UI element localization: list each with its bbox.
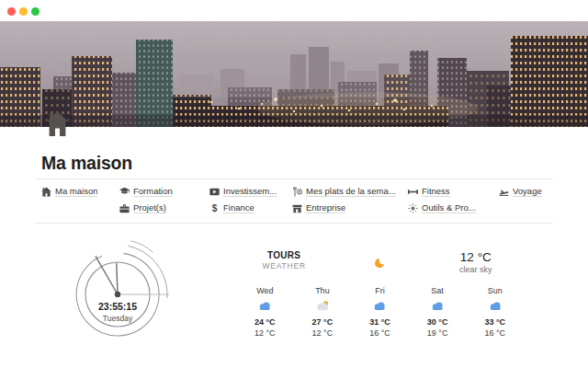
forecast-day-sun: Sun 33 °C 16 °C	[466, 286, 524, 338]
clock-day: Tuesday	[51, 314, 184, 323]
forecast-day-name: Wed	[236, 286, 294, 295]
cover-image-city-skyline	[0, 21, 588, 127]
current-temperature: 12 °C	[428, 250, 524, 264]
page-link-label: Fitness	[422, 186, 450, 198]
clock-widget: 23:55:15 Tuesday	[51, 237, 189, 342]
page-link-label: Mes plats de la sema...	[306, 186, 396, 198]
nav-column-5: Fitness Outils & Pro...	[408, 185, 499, 214]
forecast-day-fri: Fri 31 °C 16 °C	[351, 286, 409, 338]
page-link-entreprise[interactable]: Entreprise	[292, 201, 408, 214]
page-link-label: Ma maison	[55, 186, 97, 198]
meal-icon	[292, 187, 302, 197]
page-link-label: Entreprise	[306, 202, 345, 214]
page-link-label: Outils & Pro...	[422, 202, 476, 214]
sun-icon	[408, 203, 418, 213]
weather-header: TOURS WEATHER 12 °C clear sky	[236, 250, 524, 274]
page-link-label: Formation	[133, 186, 173, 198]
weather-current: 12 °C clear sky	[428, 250, 524, 274]
page-link-mes-plats[interactable]: Mes plats de la sema...	[292, 185, 408, 198]
page-link-voyage[interactable]: Voyage	[499, 185, 556, 198]
page-link-label: Finance	[223, 202, 254, 214]
nav-column-1: Ma maison	[41, 185, 119, 214]
weather-widget: TOURS WEATHER 12 °C clear sky Wed	[236, 250, 524, 338]
forecast-high-temp: 27 °C	[294, 317, 352, 327]
close-window-button[interactable]	[7, 7, 16, 16]
page-link-label: Projet(s)	[133, 202, 166, 214]
forecast-low-temp: 12 °C	[236, 328, 294, 338]
cloud-icon	[236, 299, 294, 315]
dollar-icon: $	[209, 203, 220, 213]
cloud-icon	[466, 299, 524, 315]
forecast-low-temp: 16 °C	[351, 328, 409, 338]
airplane-icon	[499, 187, 509, 197]
partly-cloudy-icon	[294, 299, 352, 315]
page-link-label: Investissem...	[223, 186, 277, 198]
forecast-low-temp: 16 °C	[466, 328, 524, 338]
graduation-cap-icon	[119, 187, 130, 197]
page-link-label: Voyage	[513, 186, 542, 198]
page-link-formation[interactable]: Formation	[119, 185, 209, 198]
page-house-icon[interactable]	[47, 111, 68, 136]
forecast-day-name: Sun	[466, 286, 524, 295]
forecast-day-name: Thu	[294, 286, 352, 295]
forecast-day-name: Fri	[351, 286, 409, 295]
cloud-icon	[409, 299, 467, 315]
forecast-day-wed: Wed 24 °C 12 °C	[236, 286, 294, 338]
weather-location: TOURS WEATHER	[236, 250, 332, 274]
nav-column-6: Voyage	[499, 185, 556, 214]
forecast-high-temp: 31 °C	[351, 317, 409, 327]
forecast-high-temp: 30 °C	[409, 317, 467, 327]
forecast-low-temp: 12 °C	[294, 328, 352, 338]
page-link-ma-maison[interactable]: Ma maison	[41, 185, 119, 198]
divider-bottom	[35, 223, 553, 224]
nav-column-2: Formation Projet(s)	[119, 185, 209, 214]
dumbbell-icon	[408, 187, 418, 197]
cloud-icon	[351, 299, 409, 315]
briefcase-icon	[119, 203, 130, 213]
divider-top	[35, 178, 553, 179]
forecast-day-thu: Thu 27 °C 12 °C	[294, 286, 352, 338]
current-condition: clear sky	[428, 265, 524, 274]
crescent-moon-icon	[332, 250, 427, 274]
card-arrow-icon	[209, 187, 220, 197]
forecast-high-temp: 33 °C	[466, 317, 524, 327]
weather-location-label: WEATHER	[236, 261, 332, 270]
forecast-day-sat: Sat 30 °C 19 °C	[409, 286, 467, 338]
page-link-finance[interactable]: $ Finance	[209, 201, 292, 214]
house-icon	[41, 187, 51, 197]
analog-clock-face	[51, 237, 189, 342]
page-link-fitness[interactable]: Fitness	[408, 185, 499, 198]
page-title[interactable]: Ma maison	[41, 153, 132, 174]
storefront-icon	[292, 203, 302, 213]
nav-column-3: Investissem... $ Finance	[209, 185, 292, 214]
weather-forecast-row: Wed 24 °C 12 °C Thu	[236, 286, 524, 338]
forecast-day-name: Sat	[409, 286, 467, 295]
window-titlebar	[0, 0, 588, 21]
page-link-projets[interactable]: Projet(s)	[119, 201, 209, 214]
forecast-low-temp: 19 °C	[409, 328, 467, 338]
nav-column-4: Mes plats de la sema... Entreprise	[292, 185, 408, 214]
page-link-outils[interactable]: Outils & Pro...	[408, 201, 499, 214]
clock-time: 23:55:15	[51, 301, 184, 312]
notion-window: Ma maison Ma maison	[0, 0, 588, 368]
weather-location-name: TOURS	[236, 250, 332, 260]
page-link-investissements[interactable]: Investissem...	[209, 185, 292, 198]
forecast-high-temp: 24 °C	[236, 317, 294, 327]
page-link-grid: Ma maison Formation	[41, 185, 556, 214]
zoom-window-button[interactable]	[31, 7, 40, 16]
minimize-window-button[interactable]	[19, 7, 28, 16]
